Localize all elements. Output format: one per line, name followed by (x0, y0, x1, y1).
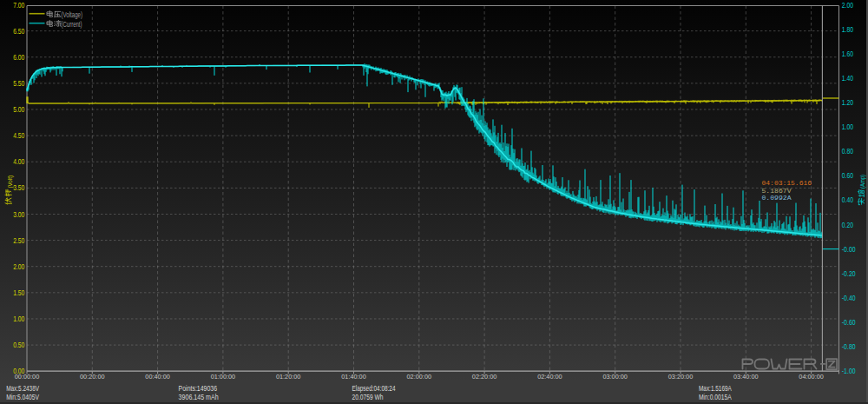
svg-text:00:00:00: 00:00:00 (15, 373, 40, 381)
svg-text:Min:5.0405V: Min:5.0405V (6, 393, 39, 401)
svg-text:-0.40: -0.40 (842, 295, 856, 302)
svg-text:(Amp): (Amp) (858, 175, 866, 189)
svg-text:3.50: 3.50 (13, 184, 25, 192)
svg-text:7.00: 7.00 (13, 2, 25, 10)
svg-text:20.0759 Wh: 20.0759 Wh (352, 393, 384, 401)
svg-text:0.40: 0.40 (842, 196, 854, 204)
svg-text:-1.00: -1.00 (842, 368, 856, 375)
svg-text:Max:1.5169A: Max:1.5169A (699, 384, 732, 393)
svg-text:0.60: 0.60 (842, 172, 854, 180)
svg-text:1.80: 1.80 (842, 26, 854, 34)
svg-text:2.00: 2.00 (13, 263, 25, 271)
svg-text:-0.60: -0.60 (842, 319, 856, 327)
svg-text:5.00: 5.00 (13, 106, 25, 114)
svg-text:0.80: 0.80 (842, 148, 854, 156)
svg-text:6.50: 6.50 (13, 28, 25, 36)
svg-text:01:20:00: 01:20:00 (276, 373, 301, 381)
svg-text:Elapsed:04:08:24: Elapsed:04:08:24 (352, 384, 396, 393)
svg-text:03:40:00: 03:40:00 (733, 373, 759, 381)
svg-text:6.00: 6.00 (13, 54, 25, 62)
svg-text:1.60: 1.60 (842, 50, 854, 58)
svg-text:1.00: 1.00 (13, 315, 25, 323)
svg-text:(Current): (Current) (62, 20, 82, 29)
svg-text:04:00:00: 04:00:00 (799, 373, 824, 381)
svg-text:-0.80: -0.80 (842, 343, 856, 351)
svg-text:2.50: 2.50 (13, 237, 25, 245)
svg-text:01:40:00: 01:40:00 (341, 373, 366, 381)
svg-text:01:00:00: 01:00:00 (211, 373, 236, 381)
svg-text:03:20:00: 03:20:00 (668, 373, 694, 381)
svg-text:Points:149036: Points:149036 (179, 384, 218, 393)
svg-text:0.20: 0.20 (842, 222, 854, 229)
svg-text:Min:0.0015A: Min:0.0015A (699, 393, 732, 401)
svg-text:(Volt): (Volt) (6, 176, 14, 189)
svg-text:1.40: 1.40 (842, 75, 854, 83)
svg-text:3906.145 mAh: 3906.145 mAh (179, 393, 219, 401)
svg-text:3.00: 3.00 (13, 211, 25, 219)
svg-text:1.50: 1.50 (13, 289, 25, 297)
svg-text:02:00:00: 02:00:00 (407, 373, 432, 381)
svg-text:02:40:00: 02:40:00 (537, 373, 562, 381)
svg-text:1.00: 1.00 (842, 123, 854, 131)
svg-text:03:00:00: 03:00:00 (602, 373, 628, 381)
svg-text:02:20:00: 02:20:00 (472, 373, 497, 381)
svg-text:00:20:00: 00:20:00 (80, 373, 105, 381)
svg-text:4.00: 4.00 (13, 158, 25, 166)
svg-text:2.00: 2.00 (842, 2, 854, 10)
svg-text:-0.00: -0.00 (842, 246, 856, 254)
svg-text:0.0992A: 0.0992A (762, 194, 792, 202)
svg-text:0.50: 0.50 (13, 341, 25, 349)
svg-text:-0.20: -0.20 (842, 270, 856, 278)
svg-text:00:40:00: 00:40:00 (145, 373, 170, 381)
svg-text:(Voltage): (Voltage) (62, 10, 83, 19)
svg-text:1.20: 1.20 (842, 99, 854, 107)
svg-text:4.50: 4.50 (13, 132, 25, 140)
svg-text:5.50: 5.50 (13, 80, 25, 88)
svg-text:Max:5.2438V: Max:5.2438V (6, 384, 39, 393)
